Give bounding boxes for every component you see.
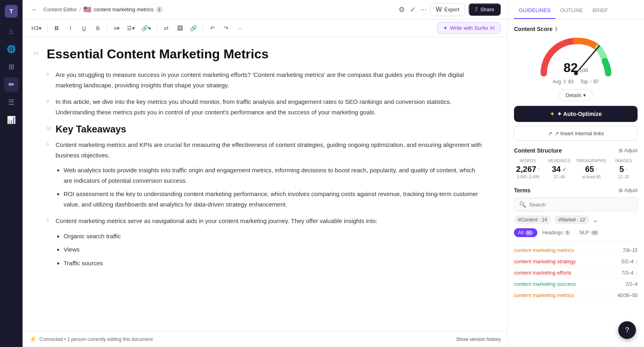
- tab-brief[interactable]: BRIEF: [588, 7, 613, 19]
- sidebar-icon-editor[interactable]: ✏: [4, 77, 19, 92]
- bold-label: B: [55, 25, 59, 31]
- term-item-4[interactable]: content marketing success 2/2–4: [514, 279, 638, 290]
- term-item-3[interactable]: content marketing efforts 7/3–4 ↓: [514, 267, 638, 279]
- structure-adjust-button[interactable]: ⊞ Adjust: [619, 148, 638, 153]
- paragraph-2[interactable]: In this article, we dive into the key me…: [56, 97, 483, 117]
- terms-adjust-button[interactable]: ⊞ Adjust: [619, 188, 638, 193]
- toolbar-separator-1: [47, 24, 47, 32]
- strikethrough-button[interactable]: S: [92, 22, 104, 34]
- content-score-label: Content Score: [514, 26, 553, 32]
- hyperlink-icon: 🔗: [190, 25, 197, 31]
- terms-tab-nlp[interactable]: NLP 65: [576, 228, 603, 237]
- link-label: 🔗: [141, 25, 148, 31]
- term-item-5[interactable]: content marketing metrics 40/36–50: [514, 290, 638, 301]
- terms-tab-all[interactable]: All 80: [514, 228, 537, 237]
- heading-h2[interactable]: Key Takeaways: [56, 124, 126, 135]
- structure-grid: WORDS 2,267 ↑ 3,043–3,499 HEADINGS 34 ✓ …: [514, 159, 638, 179]
- p1-label: p: [47, 70, 52, 90]
- structure-paragraphs: PARAGRAPHS 65 ↑ at least 85: [577, 159, 607, 179]
- internal-links-button[interactable]: ↗ ↗ Insert internal links: [514, 126, 638, 141]
- headings-tab-label: Headings: [542, 230, 563, 235]
- hyperlink-button[interactable]: 🔗: [188, 22, 200, 34]
- details-button[interactable]: Details ▾: [559, 89, 593, 101]
- search-box[interactable]: 🔍: [514, 198, 638, 211]
- words-label: WORDS: [514, 159, 542, 163]
- sidebar-icon-grid[interactable]: ⊞: [4, 60, 19, 74]
- heading-selector[interactable]: H3 ▾: [29, 22, 44, 34]
- term-name-3: content marketing efforts: [514, 270, 572, 276]
- share-icon: ⤴: [475, 6, 478, 12]
- structure-images: IMAGES 5 ↑ 12–20: [609, 159, 638, 179]
- term-count-3-value: 7/3–4: [621, 270, 634, 276]
- sidebar-icon-global[interactable]: 🌐: [4, 42, 19, 56]
- bottom-bar: ⚡ Connected • 1 person currently editing…: [23, 331, 507, 347]
- list-item: Traffic sources: [64, 258, 483, 269]
- headings-range: 27–40: [545, 175, 574, 179]
- avatar[interactable]: T: [5, 5, 18, 18]
- editor-content[interactable]: h1 Essential Content Marketing Metrics p…: [23, 37, 507, 331]
- breadcrumb-info[interactable]: ℹ: [156, 6, 163, 13]
- content-score-title: Content Score ℹ: [514, 26, 638, 32]
- paragraph-3[interactable]: Content marketing metrics and KPIs are c…: [56, 140, 483, 160]
- term-item-1[interactable]: content marketing metrics 7/8–15: [514, 245, 638, 256]
- write-surfer-label: Write with Surfer AI: [450, 25, 495, 31]
- export-button[interactable]: W Export: [430, 3, 466, 16]
- term-item-2[interactable]: content marketing strategy 5/2–4 ↓: [514, 256, 638, 267]
- terms-adjust-icon: ⊞: [619, 188, 623, 193]
- paragraph-4[interactable]: Content marketing metrics serve as navig…: [56, 216, 378, 226]
- heading-h1[interactable]: Essential Content Marketing Metrics: [47, 47, 483, 62]
- underline-button[interactable]: U: [78, 22, 90, 34]
- italic-button[interactable]: I: [64, 22, 76, 34]
- settings-icon[interactable]: ⚙: [398, 5, 405, 14]
- align-button[interactable]: ≡ ▾: [111, 22, 123, 34]
- back-button[interactable]: ←: [29, 4, 40, 15]
- bold-button[interactable]: B: [51, 22, 63, 34]
- tag-content[interactable]: #Content · 14: [514, 215, 551, 224]
- undo-button[interactable]: ↶: [206, 22, 219, 34]
- images-value: 5: [619, 165, 624, 174]
- sidebar-icon-home[interactable]: ⌂: [4, 24, 19, 39]
- tab-guidelines[interactable]: GUIDELINES: [514, 7, 555, 19]
- search-input[interactable]: [529, 202, 632, 208]
- link-button[interactable]: 🔗 ▾: [139, 22, 153, 34]
- content-score-info-icon[interactable]: ℹ: [555, 26, 557, 32]
- more-toolbar-button[interactable]: ···: [234, 22, 246, 34]
- score-number: 82: [564, 60, 578, 75]
- write-with-surfer-button[interactable]: ✦ Write with Surfer AI: [437, 22, 501, 34]
- term-count-2: 5/2–4 ↓: [621, 259, 638, 264]
- list-item: Web analytics tools provide insights int…: [64, 165, 483, 186]
- tag-market[interactable]: #Market · 12: [554, 215, 589, 224]
- more-icon[interactable]: ···: [421, 5, 427, 14]
- paragraphs-value: 65: [585, 165, 594, 174]
- paragraph-1[interactable]: Are you struggling to measure success in…: [56, 70, 483, 90]
- sidebar-icon-list[interactable]: ☰: [4, 95, 19, 109]
- redo-button[interactable]: ↷: [220, 22, 232, 34]
- version-history-link[interactable]: Show version history: [456, 337, 501, 342]
- tags-row: #Content · 14 #Market · 12 ⌄: [514, 215, 638, 224]
- special-label: ⇄: [164, 25, 169, 31]
- terms-tab-headings[interactable]: Headings 5: [538, 228, 574, 237]
- term-name-2: content marketing strategy: [514, 258, 576, 264]
- gauge-container: 82/100: [540, 37, 612, 77]
- image-button[interactable]: 🖼: [174, 22, 186, 34]
- share-button[interactable]: ⤴ Share: [469, 3, 501, 16]
- export-label: Export: [444, 6, 460, 12]
- paragraphs-range: at least 85: [577, 175, 607, 179]
- auto-optimize-button[interactable]: ✦ ✦ Auto-Optimize: [514, 106, 638, 122]
- main-area: ← Content Editor / 🇺🇸 content marketing …: [23, 0, 507, 347]
- auto-optimize-label: ✦ Auto-Optimize: [557, 111, 602, 117]
- strikethrough-label: S: [96, 25, 99, 31]
- connected-icon: ⚡: [29, 335, 37, 343]
- right-panel: GUIDELINES OUTLINE BRIEF Content Score ℹ: [507, 0, 644, 347]
- tab-outline[interactable]: OUTLINE: [555, 7, 588, 19]
- list-button[interactable]: ☰ ▾: [124, 22, 137, 34]
- check-icon[interactable]: ✓: [410, 5, 416, 14]
- left-sidebar: T ⌂ 🌐 ⊞ ✏ ☰ 📊: [0, 0, 23, 347]
- italic-label: I: [70, 25, 71, 31]
- p2-label: p: [47, 97, 52, 117]
- tags-more-icon[interactable]: ⌄: [592, 215, 599, 224]
- sidebar-icon-analytics[interactable]: 📊: [4, 113, 19, 127]
- avg-updown-icon: ⇕: [563, 79, 567, 85]
- help-button[interactable]: ?: [618, 321, 636, 339]
- special-button[interactable]: ⇄: [160, 22, 172, 34]
